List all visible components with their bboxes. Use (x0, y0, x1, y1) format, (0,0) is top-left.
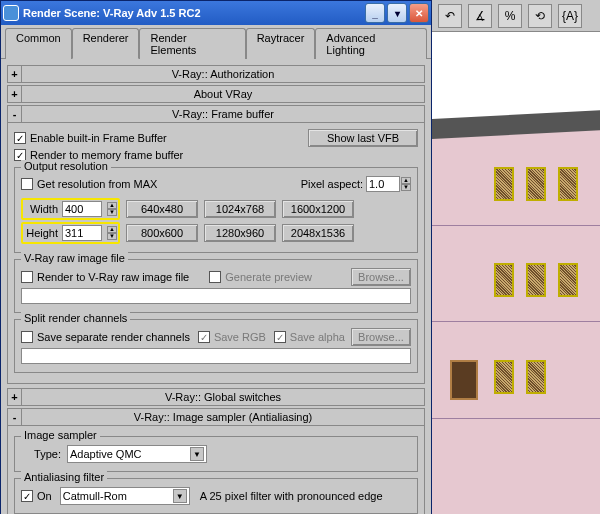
save-separate-checkbox[interactable] (21, 331, 33, 343)
raw-image-title: V-Ray raw image file (21, 252, 128, 264)
tray-button[interactable]: ▾ (387, 3, 407, 23)
tab-common[interactable]: Common (5, 28, 72, 59)
rollup-authorization[interactable]: + V-Ray:: Authorization (7, 65, 425, 83)
enable-frame-buffer-label: Enable built-in Frame Buffer (30, 132, 167, 144)
type-label: Type: (21, 448, 61, 460)
width-input[interactable] (65, 203, 99, 215)
rollup-frame-buffer[interactable]: - V-Ray:: Frame buffer (7, 105, 425, 123)
generate-preview-checkbox (209, 271, 221, 283)
image-sampler-title: Image sampler (21, 429, 100, 441)
save-separate-label: Save separate render channels (37, 331, 190, 343)
save-rgb-label: Save RGB (214, 331, 266, 343)
collapse-icon: - (8, 106, 22, 122)
tab-strip: Common Renderer Render Elements Raytrace… (1, 25, 431, 59)
save-alpha-checkbox (274, 331, 286, 343)
building-window (526, 360, 546, 394)
collapse-icon: - (8, 409, 22, 425)
building-window (494, 360, 514, 394)
chevron-down-icon: ▼ (173, 489, 187, 503)
building-window (526, 263, 546, 297)
app-icon (3, 5, 19, 21)
image-sampler-group: Image sampler Type: Adaptive QMC ▼ (14, 436, 418, 472)
height-spinner[interactable]: ▲▼ (107, 226, 117, 240)
pixel-aspect-label: Pixel aspect: (301, 178, 363, 190)
height-label: Height (24, 227, 58, 239)
undo-icon[interactable]: ↶ (438, 4, 462, 28)
aa-filter-dropdown[interactable]: Catmull-Rom ▼ (60, 487, 190, 505)
pixel-aspect-spinner[interactable]: ▲▼ (401, 177, 411, 191)
generate-preview-label: Generate preview (225, 271, 312, 283)
building-door (450, 360, 478, 400)
preset-640x480[interactable]: 640x480 (126, 200, 198, 218)
expand-icon: + (8, 66, 22, 82)
split-channels-title: Split render channels (21, 312, 130, 324)
render-raw-checkbox[interactable] (21, 271, 33, 283)
aa-on-label: On (37, 490, 52, 502)
expand-icon: + (8, 389, 22, 405)
aa-on-checkbox[interactable] (21, 490, 33, 502)
close-button[interactable]: ✕ (409, 3, 429, 23)
raw-browse-button: Browse... (351, 268, 411, 286)
pixel-aspect-input[interactable] (369, 178, 397, 190)
raw-path-input[interactable] (24, 290, 408, 302)
sampler-type-dropdown[interactable]: Adaptive QMC ▼ (67, 445, 207, 463)
get-resolution-label: Get resolution from MAX (37, 178, 157, 190)
building-window (526, 167, 546, 201)
split-browse-button: Browse... (351, 328, 411, 346)
viewport[interactable]: ↶ ∡ % ⟲ {A} (432, 0, 600, 514)
building-window (558, 263, 578, 297)
rollup-about[interactable]: + About VRay (7, 85, 425, 103)
image-sampler-body: Image sampler Type: Adaptive QMC ▼ Antia… (7, 426, 425, 514)
preset-1600x1200[interactable]: 1600x1200 (282, 200, 354, 218)
minimize-button[interactable]: _ (365, 3, 385, 23)
titlebar[interactable]: Render Scene: V-Ray Adv 1.5 RC2 _ ▾ ✕ (1, 1, 431, 25)
render-scene-dialog: Render Scene: V-Ray Adv 1.5 RC2 _ ▾ ✕ Co… (0, 0, 432, 514)
building-roof (432, 110, 600, 139)
chevron-down-icon: ▼ (190, 447, 204, 461)
viewport-toolbar: ↶ ∡ % ⟲ {A} (432, 0, 600, 32)
preset-800x600[interactable]: 800x600 (126, 224, 198, 242)
panel-body: + V-Ray:: Authorization + About VRay - V… (1, 59, 431, 514)
show-last-vfb-button[interactable]: Show last VFB (308, 129, 418, 147)
expand-icon: + (8, 86, 22, 102)
tab-advanced-lighting[interactable]: Advanced Lighting (315, 28, 427, 59)
output-resolution-group: Output resolution Get resolution from MA… (14, 167, 418, 253)
save-rgb-checkbox (198, 331, 210, 343)
antialiasing-title: Antialiasing filter (21, 471, 107, 483)
percent-icon[interactable]: % (498, 4, 522, 28)
window-title: Render Scene: V-Ray Adv 1.5 RC2 (23, 7, 363, 19)
render-raw-label: Render to V-Ray raw image file (37, 271, 189, 283)
split-channels-group: Split render channels Save separate rend… (14, 319, 418, 373)
width-label: Width (24, 203, 58, 215)
enable-frame-buffer-checkbox[interactable] (14, 132, 26, 144)
aa-filter-desc: A 25 pixel filter with pronounced edge (200, 490, 383, 502)
height-input[interactable] (65, 227, 99, 239)
building-window (494, 167, 514, 201)
viewport-scene (432, 32, 600, 514)
rotate-icon[interactable]: ⟲ (528, 4, 552, 28)
tab-raytracer[interactable]: Raytracer (246, 28, 316, 59)
split-path-input[interactable] (24, 350, 408, 362)
save-alpha-label: Save alpha (290, 331, 345, 343)
frame-buffer-body: Enable built-in Frame Buffer Show last V… (7, 123, 425, 384)
output-resolution-title: Output resolution (21, 160, 111, 172)
rollup-image-sampler[interactable]: - V-Ray:: Image sampler (Antialiasing) (7, 408, 425, 426)
preset-2048x1536[interactable]: 2048x1536 (282, 224, 354, 242)
preset-1024x768[interactable]: 1024x768 (204, 200, 276, 218)
text-tool-icon[interactable]: {A} (558, 4, 582, 28)
rollup-global-switches[interactable]: + V-Ray:: Global switches (7, 388, 425, 406)
tab-renderer[interactable]: Renderer (72, 28, 140, 59)
width-spinner[interactable]: ▲▼ (107, 202, 117, 216)
preset-1280x960[interactable]: 1280x960 (204, 224, 276, 242)
get-resolution-checkbox[interactable] (21, 178, 33, 190)
tab-render-elements[interactable]: Render Elements (139, 28, 245, 59)
raw-image-group: V-Ray raw image file Render to V-Ray raw… (14, 259, 418, 313)
building-window (494, 263, 514, 297)
angle-icon[interactable]: ∡ (468, 4, 492, 28)
building-window (558, 167, 578, 201)
antialiasing-group: Antialiasing filter On Catmull-Rom ▼ A 2… (14, 478, 418, 514)
